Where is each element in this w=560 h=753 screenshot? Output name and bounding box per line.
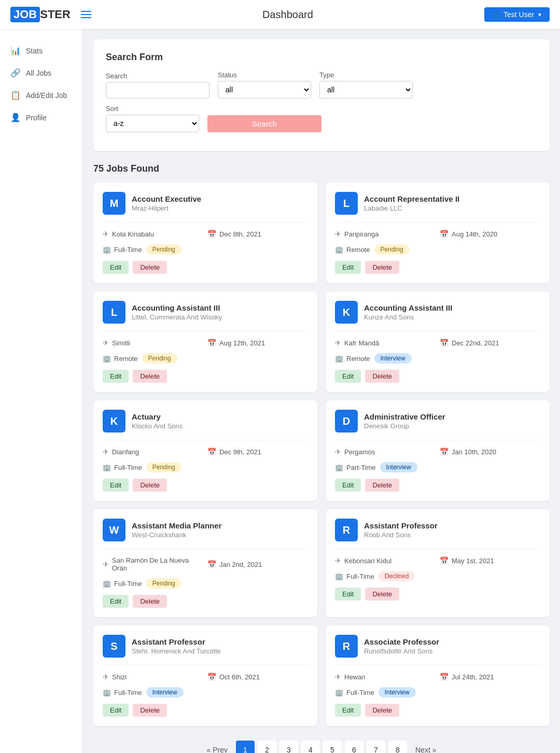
edit-button[interactable]: Edit	[335, 588, 361, 601]
page-button-4[interactable]: 4	[301, 741, 320, 753]
delete-button[interactable]: Delete	[133, 261, 167, 274]
sidebar-item-add-edit-label: Add/Edit Job	[26, 91, 67, 100]
type-select[interactable]: all Full-Time Part-Time Remote	[319, 81, 413, 99]
job-title: Accounting Assistant III	[132, 303, 222, 312]
job-location-text: Paripiranga	[344, 230, 379, 238]
calendar-icon: 📅	[207, 448, 216, 456]
job-card-header: R Assistant Professor Roob And Sons	[335, 519, 540, 549]
edit-button[interactable]: Edit	[103, 704, 129, 717]
edit-button[interactable]: Edit	[103, 479, 129, 492]
edit-button[interactable]: Edit	[335, 370, 361, 383]
job-date-text: May 1st, 2021	[452, 557, 494, 565]
logo: JOBSTER	[10, 7, 71, 22]
job-work-type-text: Full-Time	[114, 246, 142, 254]
delete-button[interactable]: Delete	[365, 370, 399, 383]
job-company: Littel, Cummerata And Wisoky	[132, 313, 222, 321]
job-work-type: 🏢 Remote	[103, 355, 138, 362]
job-location-text: San Ramón De La Nueva Orán	[112, 556, 203, 572]
job-card-header: W Assistant Media Planner West-Cruicksha…	[103, 519, 308, 549]
calendar-icon: 📅	[207, 560, 216, 568]
edit-button[interactable]: Edit	[335, 479, 361, 492]
job-card: L Account Representative II Labadie LLC …	[326, 183, 550, 283]
job-avatar: W	[103, 519, 125, 541]
logo-ster: STER	[40, 8, 71, 21]
search-input[interactable]	[106, 82, 209, 99]
job-work-type: 🏢 Remote	[335, 355, 370, 362]
work-type-icon: 🏢	[335, 689, 343, 696]
delete-button[interactable]: Delete	[365, 588, 399, 601]
job-status-row: 🏢 Full-Time Pending	[103, 244, 308, 255]
status-badge: Pending	[374, 244, 410, 255]
sidebar-item-profile[interactable]: 👤 Profile	[0, 106, 82, 129]
status-select[interactable]: all Pending Interview Declined	[218, 81, 311, 99]
delete-button[interactable]: Delete	[365, 704, 399, 717]
location-icon: ✈	[103, 448, 109, 456]
hamburger-button[interactable]	[81, 11, 91, 18]
job-card-header: D Administrative Officer Denesik Group	[335, 410, 540, 440]
job-avatar: D	[335, 410, 358, 433]
sidebar-item-all-jobs[interactable]: 🔗 All Jobs	[0, 62, 82, 84]
delete-button[interactable]: Delete	[365, 479, 399, 492]
job-location-text: Pergamos	[344, 448, 375, 456]
page-button-6[interactable]: 6	[345, 741, 363, 753]
delete-button[interactable]: Delete	[133, 704, 167, 717]
status-badge: Interview	[379, 687, 416, 698]
page-button-2[interactable]: 2	[258, 741, 276, 753]
next-button[interactable]: Next »	[410, 743, 441, 753]
location-icon: ✈	[335, 230, 341, 238]
sidebar-item-stats[interactable]: 📊 Stats	[0, 39, 82, 62]
job-location-text: Simitli	[112, 339, 130, 347]
user-menu-button[interactable]: 👤 Test User ▼	[484, 7, 550, 22]
job-date-text: Oct 6th, 2021	[219, 673, 260, 681]
page-button-3[interactable]: 3	[279, 741, 298, 753]
page-button-7[interactable]: 7	[367, 741, 385, 753]
job-location: ✈ Pergamos	[335, 448, 436, 456]
job-location: ✈ Dianfang	[103, 448, 203, 456]
delete-button[interactable]: Delete	[365, 261, 399, 274]
location-icon: ✈	[103, 339, 109, 347]
page-title: Dashboard	[91, 9, 484, 21]
job-avatar: R	[335, 635, 358, 658]
sidebar-item-add-edit-job[interactable]: 📋 Add/Edit Job	[0, 84, 82, 106]
job-card-header: L Account Representative II Labadie LLC	[335, 192, 540, 222]
prev-button[interactable]: « Prev	[202, 743, 233, 753]
user-label: Test User	[503, 10, 534, 19]
job-work-type-text: Full-Time	[114, 464, 142, 471]
edit-button[interactable]: Edit	[103, 370, 129, 383]
edit-button[interactable]: Edit	[335, 704, 361, 717]
job-work-type: 🏢 Full-Time	[335, 573, 374, 580]
delete-button[interactable]: Delete	[133, 479, 167, 492]
search-button[interactable]: Search	[207, 115, 321, 132]
job-location: ✈ Simitli	[103, 339, 203, 347]
edit-button[interactable]: Edit	[103, 261, 129, 274]
search-label: Search	[106, 72, 209, 80]
work-type-icon: 🏢	[103, 464, 111, 471]
work-type-icon: 🏢	[103, 246, 111, 254]
sort-select[interactable]: a-z z-a latest oldest	[106, 115, 199, 132]
add-edit-icon: 📋	[10, 90, 21, 100]
job-card: K Accounting Assistant III Kunze And Son…	[326, 291, 550, 392]
job-meta: ✈ Kota Kinabalu 📅 Dec 8th, 2021	[103, 230, 308, 238]
delete-button[interactable]: Delete	[133, 370, 167, 383]
job-card: K Actuary Klocko And Sons ✈ Dianfang 📅 D…	[93, 400, 317, 501]
job-company: Kunze And Sons	[364, 313, 452, 321]
status-badge: Declined	[379, 571, 415, 581]
page-button-1[interactable]: 1	[236, 741, 255, 753]
delete-button[interactable]: Delete	[133, 595, 167, 608]
job-status-row: 🏢 Remote Pending	[103, 353, 308, 364]
job-card-header: M Account Executive Mraz-Hilpert	[103, 192, 308, 222]
work-type-icon: 🏢	[335, 355, 343, 362]
page-button-8[interactable]: 8	[388, 741, 407, 753]
job-meta: ✈ Pergamos 📅 Jan 10th, 2020	[335, 448, 540, 456]
job-company: Roob And Sons	[364, 531, 438, 539]
jobs-grid: M Account Executive Mraz-Hilpert ✈ Kota …	[93, 183, 550, 726]
edit-button[interactable]: Edit	[103, 595, 129, 608]
job-card: R Assistant Professor Roob And Sons ✈ Ke…	[326, 509, 550, 617]
edit-button[interactable]: Edit	[335, 261, 361, 274]
page-button-5[interactable]: 5	[323, 741, 342, 753]
job-status-row: 🏢 Part-Time Interview	[335, 462, 540, 472]
job-date-text: Jan 2nd, 2021	[219, 561, 262, 568]
job-company: Runolfsdottir And Sons	[364, 647, 439, 655]
status-badge: Pending	[142, 353, 177, 364]
work-type-icon: 🏢	[103, 355, 111, 362]
